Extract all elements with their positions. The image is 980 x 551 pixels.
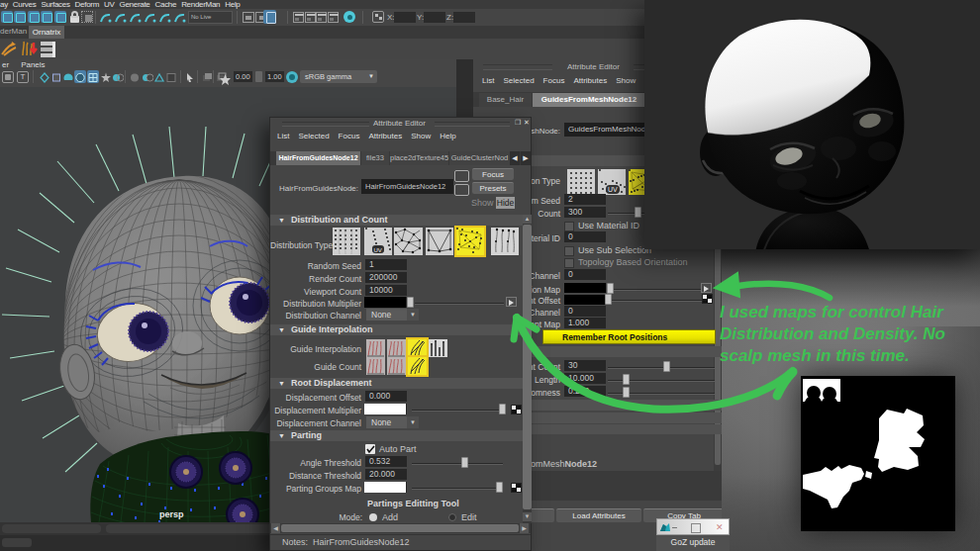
svg-text:Distribution and Density. No: Distribution and Density. No: [720, 324, 945, 343]
svg-text:I used maps for control Hair: I used maps for control Hair: [720, 303, 944, 321]
svg-text:scalp mesh in this time.: scalp mesh in this time.: [720, 346, 910, 365]
